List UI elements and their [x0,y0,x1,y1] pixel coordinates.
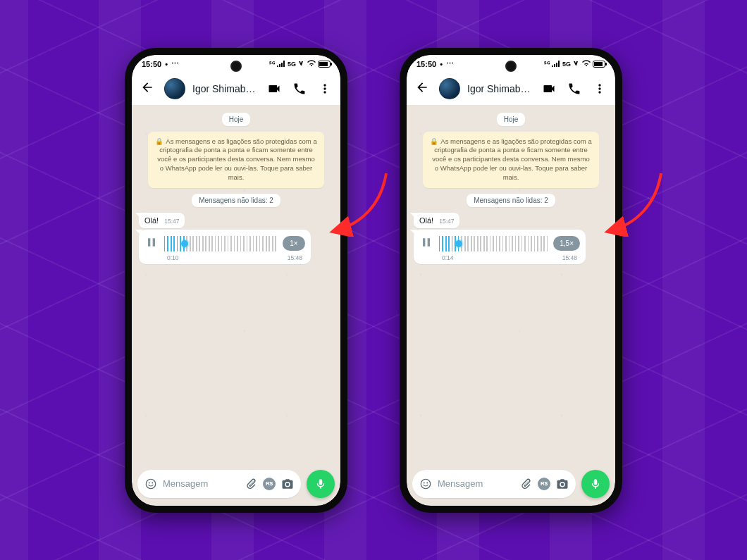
encryption-notice-text: As mensagens e as ligações são protegida… [432,137,591,181]
signal-bars-icon [277,60,285,68]
network-label: 5G [288,61,296,68]
phone-2-wrap: 15:50 • ⋯ ⁵ᴳ 5G [400,48,622,513]
chat-header: Igor Shimabukuro [407,73,615,106]
contact-name[interactable]: Igor Shimabukuro [467,83,535,94]
audio-elapsed: 0:14 [442,254,454,261]
text-message-body: Olá! [419,216,433,225]
more-menu-icon[interactable] [593,82,607,96]
playback-speed-button[interactable]: 1,5× [553,236,580,251]
chat-body[interactable]: Hoje 🔒As mensagens e as ligações são pro… [132,106,340,468]
battery-icon [593,61,605,68]
audio-elapsed: 0:10 [167,254,179,261]
audio-timestamp: 15:48 [288,254,302,261]
phone-frame: 15:50 • ⋯ ⁵ᴳ 5G [125,48,347,513]
contact-name[interactable]: Igor Shimabukuro [192,83,260,94]
pause-button[interactable] [144,235,159,252]
svg-point-0 [146,479,156,489]
text-message-time: 15:47 [164,218,179,225]
camera-icon[interactable] [281,478,294,490]
status-more-icon: ⋯ [171,59,179,68]
audio-waveform[interactable] [164,236,277,251]
status-more-icon: ⋯ [446,59,454,68]
signal-alt-icon: ⁵ᴳ [269,61,275,68]
voice-message[interactable]: 1× 0:10 15:48 [139,230,311,264]
svg-point-4 [424,482,425,483]
playback-speed-button[interactable]: 1× [283,236,305,251]
composer: Mensagem R$ [407,468,615,506]
voice-call-icon[interactable] [567,82,581,96]
wifi-icon [307,60,316,68]
text-message-body: Olá! [144,216,159,225]
svg-point-3 [421,479,431,489]
encryption-notice[interactable]: 🔒As mensagens e as ligações são protegid… [148,132,324,188]
wifi-icon [582,60,591,68]
audio-waveform[interactable] [439,236,548,251]
status-bar: 15:50 • ⋯ ⁵ᴳ 5G [132,55,340,73]
status-dot-icon: • [440,60,443,68]
payment-icon[interactable]: R$ [538,478,550,490]
message-input[interactable]: Mensagem R$ [412,470,576,498]
video-call-icon[interactable] [542,82,556,96]
emoji-icon[interactable] [144,478,157,490]
phone-screen: 15:50 • ⋯ ⁵ᴳ 5G [407,55,615,506]
status-bar: 15:50 • ⋯ ⁵ᴳ 5G [407,55,615,73]
voice-message[interactable]: 1,5× 0:14 15:48 [414,230,586,264]
volte-icon [573,60,580,68]
back-button[interactable] [137,77,157,100]
emoji-icon[interactable] [419,478,432,490]
back-button[interactable] [412,77,432,100]
lock-icon: 🔒 [155,137,163,145]
encryption-notice[interactable]: 🔒As mensagens e as ligações são protegid… [423,132,599,188]
svg-point-2 [152,482,153,483]
text-message[interactable]: Olá! 15:47 [414,213,459,228]
stage: 15:50 • ⋯ ⁵ᴳ 5G [0,0,747,560]
message-placeholder: Mensagem [163,478,239,489]
lock-icon: 🔒 [430,137,438,145]
svg-point-1 [149,482,150,483]
mic-button[interactable] [307,470,335,498]
avatar[interactable] [439,78,460,99]
volte-icon [298,60,305,68]
video-call-icon[interactable] [267,82,281,96]
svg-point-5 [426,482,428,483]
date-pill: Hoje [497,113,526,126]
battery-icon [318,61,331,68]
encryption-notice-text: As mensagens e as ligações são protegida… [157,137,316,181]
phone-frame: 15:50 • ⋯ ⁵ᴳ 5G [400,48,622,513]
signal-bars-icon [552,60,560,68]
attach-icon[interactable] [519,478,532,490]
chat-header: Igor Shimabukuro [132,73,340,106]
phone-screen: 15:50 • ⋯ ⁵ᴳ 5G [132,55,340,506]
text-message[interactable]: Olá! 15:47 [139,213,185,228]
attach-icon[interactable] [245,478,257,490]
text-message-time: 15:47 [439,218,454,225]
date-pill: Hoje [222,113,251,126]
message-input[interactable]: Mensagem R$ [137,470,301,498]
audio-playhead[interactable] [181,240,188,247]
unread-pill: Mensagens não lidas: 2 [192,194,280,207]
audio-timestamp: 15:48 [562,254,577,261]
payment-icon[interactable]: R$ [263,478,276,490]
phone-1-wrap: 15:50 • ⋯ ⁵ᴳ 5G [125,48,347,513]
avatar[interactable] [164,78,185,99]
mic-button[interactable] [581,470,610,498]
network-label: 5G [562,61,571,68]
pause-button[interactable] [419,235,433,252]
camera-icon[interactable] [556,478,569,490]
status-time: 15:50 [142,60,161,68]
message-placeholder: Mensagem [438,478,514,489]
unread-pill: Mensagens não lidas: 2 [467,194,555,207]
audio-playhead[interactable] [455,240,462,247]
composer: Mensagem R$ [132,468,340,506]
status-time: 15:50 [416,60,436,68]
voice-call-icon[interactable] [292,82,307,96]
status-dot-icon: • [165,60,168,68]
signal-alt-icon: ⁵ᴳ [544,61,550,68]
more-menu-icon[interactable] [318,82,332,96]
chat-body[interactable]: Hoje 🔒As mensagens e as ligações são pro… [407,106,615,468]
